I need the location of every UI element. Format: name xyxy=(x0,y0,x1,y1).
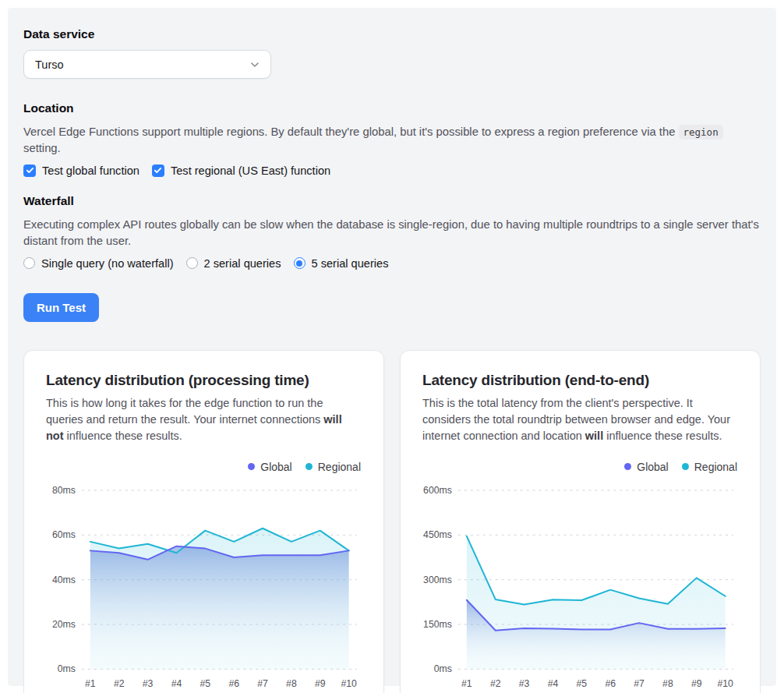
checkbox-checked-icon xyxy=(152,164,164,177)
radio-single-query[interactable]: Single query (no waterfall) xyxy=(23,257,174,270)
svg-text:300ms: 300ms xyxy=(423,575,452,585)
radio-label: Single query (no waterfall) xyxy=(41,257,174,270)
svg-text:150ms: 150ms xyxy=(423,619,452,630)
legend-item-regional: Regional xyxy=(682,461,737,473)
check-icon xyxy=(26,166,34,175)
svg-text:450ms: 450ms xyxy=(423,529,452,540)
chart-subtitle: This is how long it takes for the edge f… xyxy=(46,395,362,444)
svg-text:#5: #5 xyxy=(200,678,210,689)
chart-card-processing-time: Latency distribution (processing time) T… xyxy=(23,350,384,693)
svg-text:#10: #10 xyxy=(341,678,357,689)
legend-label: Global xyxy=(260,461,291,473)
svg-text:#9: #9 xyxy=(691,678,702,689)
svg-text:#3: #3 xyxy=(519,678,530,689)
radio-icon xyxy=(294,257,305,269)
chart-title: Latency distribution (end-to-end) xyxy=(422,372,739,389)
radio-icon xyxy=(186,257,198,269)
checkbox-label: Test global function xyxy=(42,164,139,177)
chart-title: Latency distribution (processing time) xyxy=(46,372,362,389)
legend-dot-icon xyxy=(624,463,631,470)
data-service-selected-value: Turso xyxy=(35,58,64,71)
radio-2-serial-queries[interactable]: 2 serial queries xyxy=(186,257,281,270)
end-to-end-chart: 0ms150ms300ms450ms600ms#1#2#3#4#5#6#7#8#… xyxy=(422,479,739,693)
legend-label: Global xyxy=(637,461,668,473)
svg-text:40ms: 40ms xyxy=(52,575,76,585)
chart-subtitle: This is the total latency from the clien… xyxy=(422,395,739,444)
location-description-text: Vercel Edge Functions support multiple r… xyxy=(23,126,679,138)
waterfall-description: Executing complex API routes globally ca… xyxy=(23,217,761,250)
area-global xyxy=(90,546,349,670)
data-service-heading: Data service xyxy=(23,27,761,41)
legend-item-global: Global xyxy=(248,461,291,473)
svg-text:20ms: 20ms xyxy=(52,619,76,630)
svg-text:60ms: 60ms xyxy=(52,529,76,540)
svg-text:#3: #3 xyxy=(143,678,154,689)
region-code-chip: region xyxy=(679,125,723,140)
svg-text:#6: #6 xyxy=(605,678,616,689)
svg-text:#7: #7 xyxy=(634,678,645,689)
svg-text:#10: #10 xyxy=(717,678,733,689)
chart-card-end-to-end: Latency distribution (end-to-end) This i… xyxy=(400,350,761,693)
svg-text:#4: #4 xyxy=(548,678,559,689)
svg-text:#1: #1 xyxy=(461,678,472,689)
location-checkboxes: Test global function Test regional (US E… xyxy=(23,164,761,177)
svg-text:600ms: 600ms xyxy=(423,485,452,496)
checkbox-test-regional-function[interactable]: Test regional (US East) function xyxy=(152,164,330,177)
radio-icon xyxy=(23,257,35,269)
svg-text:#8: #8 xyxy=(662,678,673,689)
svg-text:#9: #9 xyxy=(315,678,326,689)
svg-text:#7: #7 xyxy=(257,678,268,689)
location-heading: Location xyxy=(23,101,761,115)
checkbox-test-global-function[interactable]: Test global function xyxy=(23,164,139,177)
chart-cards: Latency distribution (processing time) T… xyxy=(23,350,761,693)
run-test-button[interactable]: Run Test xyxy=(23,293,99,322)
legend-label: Regional xyxy=(694,461,737,473)
chevron-down-icon xyxy=(249,58,261,71)
svg-text:#6: #6 xyxy=(228,678,239,689)
location-description: Vercel Edge Functions support multiple r… xyxy=(23,124,761,157)
radio-label: 2 serial queries xyxy=(204,257,281,270)
svg-text:#4: #4 xyxy=(171,678,182,689)
y-tick-labels: 0ms150ms300ms450ms600ms xyxy=(423,485,452,674)
svg-text:#5: #5 xyxy=(576,678,587,689)
svg-text:#2: #2 xyxy=(114,678,125,689)
svg-text:0ms: 0ms xyxy=(58,663,76,674)
data-service-select[interactable]: Turso xyxy=(23,50,271,79)
processing-time-chart: 0ms20ms40ms60ms80ms#1#2#3#4#5#6#7#8#9#10 xyxy=(46,479,362,693)
svg-text:0ms: 0ms xyxy=(434,663,452,674)
location-description-tail: setting. xyxy=(23,142,61,154)
legend-item-global: Global xyxy=(624,461,668,473)
legend-dot-icon xyxy=(305,463,313,470)
radio-label: 5 serial queries xyxy=(312,257,389,270)
waterfall-radios: Single query (no waterfall) 2 serial que… xyxy=(23,257,761,270)
legend-label: Regional xyxy=(318,461,361,473)
x-tick-labels: #1#2#3#4#5#6#7#8#9#10 xyxy=(85,678,357,689)
chart-legend: GlobalRegional xyxy=(46,461,361,473)
legend-item-regional: Regional xyxy=(305,461,361,473)
svg-text:80ms: 80ms xyxy=(52,485,76,496)
main-panel: Data service Turso Location Vercel Edge … xyxy=(8,8,776,686)
checkbox-label: Test regional (US East) function xyxy=(171,164,330,177)
latency-chart-svg: 0ms150ms300ms450ms600ms#1#2#3#4#5#6#7#8#… xyxy=(422,479,739,693)
latency-chart-svg: 0ms20ms40ms60ms80ms#1#2#3#4#5#6#7#8#9#10 xyxy=(46,479,362,693)
legend-dot-icon xyxy=(682,463,689,470)
waterfall-heading: Waterfall xyxy=(23,194,761,208)
checkbox-checked-icon xyxy=(23,164,36,177)
svg-text:#8: #8 xyxy=(286,678,297,689)
svg-text:#2: #2 xyxy=(490,678,501,689)
svg-text:#1: #1 xyxy=(85,678,96,689)
x-tick-labels: #1#2#3#4#5#6#7#8#9#10 xyxy=(461,678,733,689)
y-tick-labels: 0ms20ms40ms60ms80ms xyxy=(52,485,76,674)
chart-legend: GlobalRegional xyxy=(422,461,737,473)
check-icon xyxy=(154,166,162,175)
legend-dot-icon xyxy=(248,463,255,470)
radio-5-serial-queries[interactable]: 5 serial queries xyxy=(294,257,389,270)
